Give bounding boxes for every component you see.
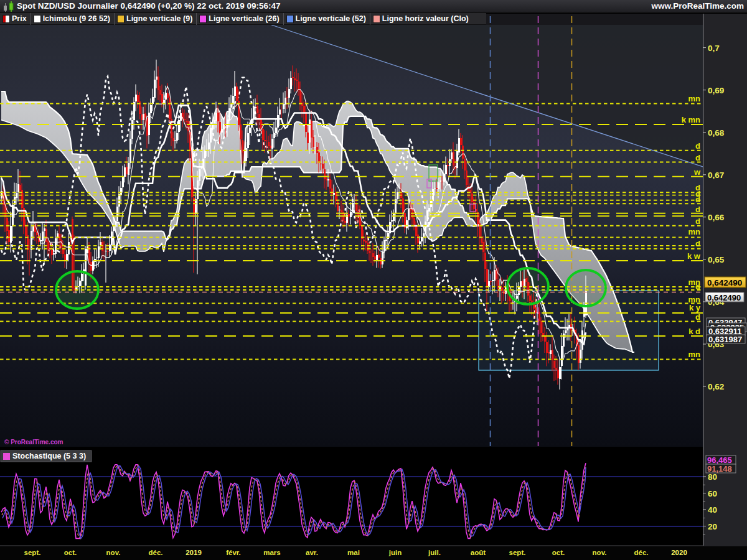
svg-text:0,65: 0,65 xyxy=(708,255,725,264)
svg-text:sept.: sept. xyxy=(509,549,526,556)
svg-text:d: d xyxy=(695,282,700,291)
svg-text:d: d xyxy=(695,312,700,322)
svg-text:k d: k d xyxy=(688,327,700,336)
svg-text:0,66: 0,66 xyxy=(708,213,725,222)
svg-text:60: 60 xyxy=(708,489,717,498)
svg-text:nov.: nov. xyxy=(106,549,121,556)
svg-text:0,67: 0,67 xyxy=(708,170,724,180)
svg-text:0,69: 0,69 xyxy=(708,86,724,95)
svg-text:oct.: oct. xyxy=(64,549,77,556)
svg-text:févr.: févr. xyxy=(226,549,241,556)
svg-text:k w: k w xyxy=(687,251,701,261)
svg-text:mai: mai xyxy=(347,549,360,556)
svg-text:© ProRealTime.com: © ProRealTime.com xyxy=(4,439,63,446)
svg-text:Stochastique (5 3 3): Stochastique (5 3 3) xyxy=(12,452,86,460)
svg-text:déc.: déc. xyxy=(634,549,648,556)
svg-text:mn: mn xyxy=(688,350,701,359)
svg-text:0,642490: 0,642490 xyxy=(707,293,741,302)
svg-text:0,642490: 0,642490 xyxy=(707,278,742,287)
svg-text:déc.: déc. xyxy=(148,549,162,556)
svg-text:40: 40 xyxy=(708,505,717,515)
svg-text:juin: juin xyxy=(388,549,402,556)
svg-text:mars: mars xyxy=(263,549,281,556)
svg-text:mn: mn xyxy=(688,94,701,103)
svg-text:sept.: sept. xyxy=(24,549,41,556)
svg-text:0,7: 0,7 xyxy=(708,44,720,53)
svg-text:mn: mn xyxy=(688,227,701,236)
svg-text:k mn: k mn xyxy=(682,115,700,124)
svg-text:d: d xyxy=(695,217,700,226)
svg-text:d: d xyxy=(695,153,700,162)
svg-text:w: w xyxy=(693,167,701,177)
svg-text:0,68: 0,68 xyxy=(708,128,725,138)
svg-text:80: 80 xyxy=(708,472,717,482)
svg-text:k y: k y xyxy=(689,303,701,312)
svg-text:d: d xyxy=(695,141,700,151)
svg-text:0,62: 0,62 xyxy=(708,382,724,391)
svg-text:nov.: nov. xyxy=(593,549,607,556)
svg-text:août: août xyxy=(471,549,486,556)
svg-text:20: 20 xyxy=(708,522,717,531)
svg-text:oct.: oct. xyxy=(552,549,565,556)
svg-text:d: d xyxy=(695,195,700,204)
svg-text:2019: 2019 xyxy=(186,549,202,556)
svg-text:91,148: 91,148 xyxy=(707,464,732,474)
svg-text:d: d xyxy=(695,205,700,214)
svg-text:juil.: juil. xyxy=(428,549,441,556)
svg-text:2020: 2020 xyxy=(671,549,687,556)
svg-text:d: d xyxy=(695,239,700,248)
svg-text:96,465: 96,465 xyxy=(707,455,732,465)
svg-text:avr.: avr. xyxy=(306,549,318,556)
svg-text:0,631987: 0,631987 xyxy=(708,335,742,344)
